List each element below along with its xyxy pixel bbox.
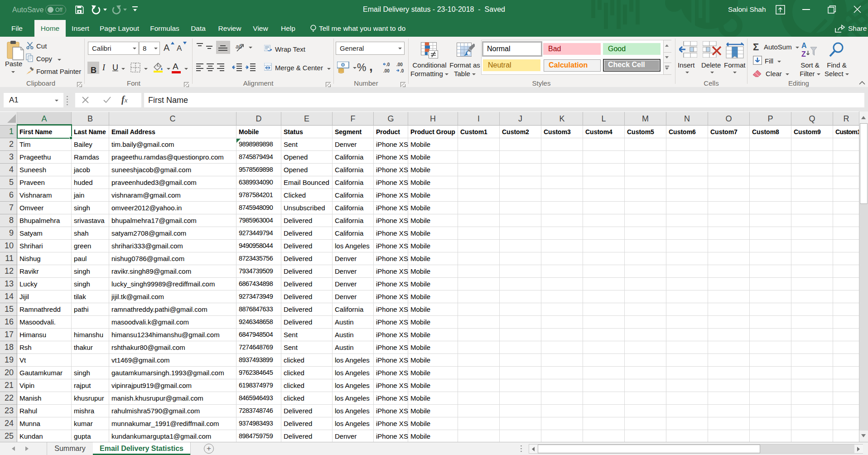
svg-text:A: A xyxy=(801,42,807,49)
svg-text:ab: ab xyxy=(236,43,242,50)
svg-text:Z: Z xyxy=(801,50,806,58)
svg-text:.00: .00 xyxy=(396,62,403,67)
svg-text:.0: .0 xyxy=(400,68,404,73)
svg-text:.0: .0 xyxy=(386,62,390,67)
svg-text:.00: .00 xyxy=(383,68,390,73)
